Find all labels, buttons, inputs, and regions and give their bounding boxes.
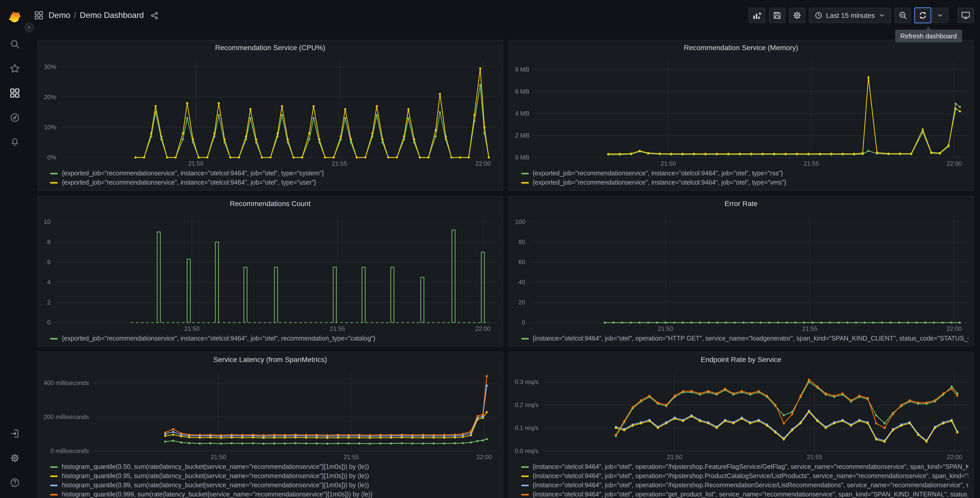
chart-canvas[interactable]: 02040608010021:5021:5522:00: [509, 211, 974, 334]
add-panel-button[interactable]: [748, 8, 765, 23]
sidebar-item-sign-in[interactable]: [3, 422, 26, 445]
x-tick-label: 22:00: [946, 325, 962, 332]
legend-label[interactable]: histogram_quantile(0.95, sum(rate(latenc…: [62, 472, 369, 480]
legend-label[interactable]: histogram_quantile(0.999, sum(rate(laten…: [62, 491, 372, 498]
dashboards-grid-icon: [10, 88, 20, 98]
cycle-view-mode-button[interactable]: [958, 8, 974, 23]
chart-canvas[interactable]: 0 milliseconds200 milliseconds400 millis…: [38, 367, 503, 462]
legend-label[interactable]: {instance="otelcol:9464", job="otel", op…: [533, 463, 968, 470]
y-tick-label: 0 MB: [515, 154, 529, 161]
legend-label[interactable]: histogram_quantile(0.50, sum(rate(latenc…: [62, 463, 369, 470]
legend-swatch[interactable]: [521, 172, 528, 174]
legend-swatch[interactable]: [50, 484, 58, 486]
chart-canvas[interactable]: 0 MB2 MB4 MB6 MB8 MB21:5021:5522:00: [509, 55, 974, 169]
chart-canvas[interactable]: 0.0 req/s0.1 req/s0.2 req/s0.3 req/s21:5…: [509, 367, 974, 462]
legend-label[interactable]: {instance="otelcol:9464", job="otel", op…: [533, 491, 968, 498]
sidebar-expand-button[interactable]: ›: [24, 23, 34, 32]
legend-swatch[interactable]: [521, 338, 528, 339]
panel-5: Service Latency (from SpanMetrics)0 mill…: [37, 352, 503, 498]
legend-item[interactable]: {instance="otelcol:9464", job="otel", op…: [521, 491, 968, 498]
legend-label[interactable]: {instance="otelcol:9464", job="otel", op…: [533, 335, 968, 342]
chart-canvas[interactable]: 024681021:5021:5522:00: [38, 211, 503, 334]
legend-swatch[interactable]: [521, 182, 528, 183]
legend-item[interactable]: {exported_job="recommendationservice", i…: [50, 179, 497, 186]
legend-swatch[interactable]: [521, 466, 528, 468]
x-tick-label: 21:55: [803, 160, 819, 167]
legend-label[interactable]: {exported_job="recommendationservice", i…: [533, 170, 783, 177]
legend: {instance="otelcol:9464", job="otel", op…: [509, 462, 974, 498]
legend: histogram_quantile(0.50, sum(rate(latenc…: [38, 462, 503, 498]
legend-swatch[interactable]: [50, 466, 58, 468]
refresh-tooltip: Refresh dashboard: [895, 30, 962, 42]
legend-swatch[interactable]: [50, 494, 58, 495]
y-tick-label: 0%: [47, 154, 56, 161]
y-tick-label: 20%: [44, 94, 56, 101]
legend-swatch[interactable]: [50, 475, 58, 477]
time-range-picker[interactable]: Last 15 minutes: [808, 8, 891, 23]
legend-item[interactable]: {instance="otelcol:9464", job="otel", op…: [521, 335, 968, 342]
panel-title[interactable]: Recommendations Count: [38, 196, 503, 211]
sidebar-bottom-group: [3, 421, 26, 495]
legend-swatch[interactable]: [521, 475, 528, 477]
legend-label[interactable]: {exported_job="recommendationservice", i…: [62, 335, 375, 342]
breadcrumb-folder[interactable]: Demo: [49, 11, 70, 19]
dashboard-settings-button[interactable]: [789, 8, 805, 23]
zoom-out-icon: [898, 11, 907, 20]
x-tick-label: 21:55: [802, 325, 817, 332]
legend-item[interactable]: histogram_quantile(0.99, sum(rate(latenc…: [50, 482, 497, 489]
chart-canvas[interactable]: 0%10%20%30%21:5021:5522:00: [38, 55, 503, 169]
monitor-icon: [961, 11, 970, 20]
sidebar-item-search[interactable]: [3, 33, 26, 55]
legend-label[interactable]: {instance="otelcol:9464", job="otel", op…: [533, 482, 968, 489]
axes: 0 MB2 MB4 MB6 MB8 MB21:5021:5522:00: [515, 61, 968, 167]
refresh-interval-dropdown[interactable]: [932, 8, 948, 23]
legend-item[interactable]: {exported_job="recommendationservice", i…: [521, 170, 968, 177]
panel-title[interactable]: Error Rate: [509, 196, 974, 211]
sidebar-item-explore[interactable]: [3, 106, 26, 129]
share-dashboard-button[interactable]: [149, 10, 160, 21]
legend-item[interactable]: {instance="otelcol:9464", job="otel", op…: [521, 472, 968, 480]
save-dashboard-button[interactable]: [769, 8, 785, 23]
legend-item[interactable]: histogram_quantile(0.999, sum(rate(laten…: [50, 491, 497, 498]
breadcrumb-separator: /: [74, 11, 76, 19]
legend-item[interactable]: {instance="otelcol:9464", job="otel", op…: [521, 482, 968, 489]
sidebar-item-alerting[interactable]: [3, 131, 26, 153]
sidebar-item-settings[interactable]: [3, 447, 26, 469]
panel-title[interactable]: Endpoint Rate by Service: [509, 352, 974, 367]
y-tick-label: 20: [518, 299, 525, 306]
legend-label[interactable]: {exported_job="recommendationservice", i…: [62, 170, 324, 177]
legend-item[interactable]: {exported_job="recommendationservice", i…: [521, 179, 968, 186]
legend-item[interactable]: {instance="otelcol:9464", job="otel", op…: [521, 463, 968, 470]
legend-item[interactable]: histogram_quantile(0.95, sum(rate(latenc…: [50, 472, 497, 480]
legend-label[interactable]: {exported_job="recommendationservice", i…: [62, 179, 316, 186]
legend-swatch[interactable]: [50, 338, 58, 339]
y-tick-label: 400 milliseconds: [44, 379, 89, 386]
grafana-logo[interactable]: [8, 6, 21, 29]
chart-area: 02040608010021:5021:5522:00: [509, 211, 974, 334]
legend-label[interactable]: {instance="otelcol:9464", job="otel", op…: [533, 472, 968, 480]
y-tick-label: 100: [515, 218, 525, 225]
panel-title[interactable]: Service Latency (from SpanMetrics): [38, 352, 503, 367]
panel-title[interactable]: Recommendation Service (Memory): [509, 40, 974, 55]
legend-label[interactable]: histogram_quantile(0.99, sum(rate(latenc…: [62, 482, 369, 489]
legend-label[interactable]: {exported_job="recommendationservice", i…: [533, 179, 786, 186]
legend-swatch[interactable]: [521, 494, 528, 495]
legend-item[interactable]: {exported_job="recommendationservice", i…: [50, 335, 497, 342]
chart-area: 0.0 req/s0.1 req/s0.2 req/s0.3 req/s21:5…: [509, 367, 974, 462]
chevron-down-icon: [937, 12, 944, 19]
refresh-button[interactable]: [915, 8, 931, 23]
legend-item[interactable]: {exported_job="recommendationservice", i…: [50, 170, 497, 177]
y-tick-label: 60: [518, 259, 525, 265]
legend-swatch[interactable]: [521, 484, 528, 486]
legend-item[interactable]: histogram_quantile(0.50, sum(rate(latenc…: [50, 463, 497, 470]
legend-swatch[interactable]: [50, 182, 58, 183]
sidebar-item-dashboards[interactable]: [3, 82, 26, 104]
panel-title[interactable]: Recommendation Service (CPU%): [38, 40, 503, 55]
sidebar-item-starred[interactable]: [3, 57, 26, 80]
zoom-out-button[interactable]: [895, 8, 911, 23]
sidebar-item-help[interactable]: [3, 471, 26, 494]
help-icon: [10, 477, 20, 488]
legend-swatch[interactable]: [50, 172, 58, 174]
dashboard-grid-icon: [34, 11, 43, 20]
panel-4: Error Rate02040608010021:5021:5522:00{in…: [508, 196, 974, 346]
